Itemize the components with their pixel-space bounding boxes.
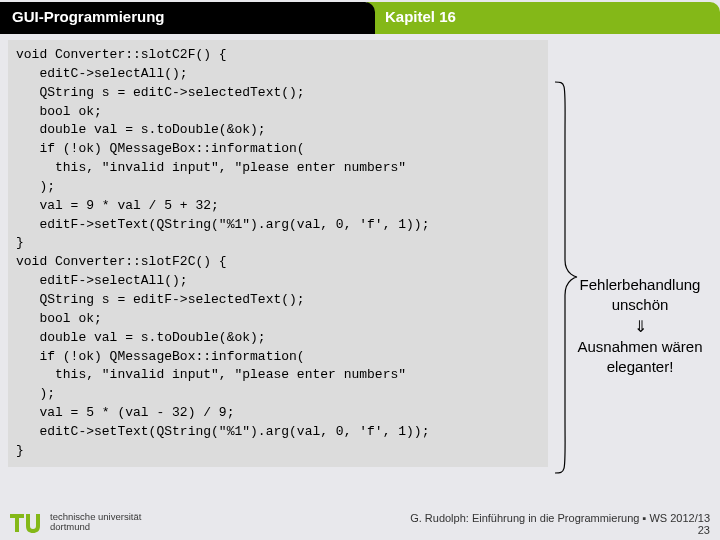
university-logo: technische universität dortmund — [10, 508, 141, 536]
note-line2: Ausnahmen wären eleganter! — [575, 337, 705, 378]
svg-rect-1 — [15, 514, 19, 532]
university-name: technische universität dortmund — [50, 512, 141, 533]
footer-credit: G. Rudolph: Einführung in die Programmie… — [410, 512, 710, 524]
down-arrow-icon: ⇓ — [575, 316, 705, 338]
code-listing: void Converter::slotC2F() { editC->selec… — [8, 40, 548, 467]
footer-credit-block: G. Rudolph: Einführung in die Programmie… — [410, 512, 710, 536]
annotation-note: Fehlerbehandlung unschön ⇓ Ausnahmen wär… — [575, 275, 705, 378]
slide-footer: technische universität dortmund G. Rudol… — [0, 508, 720, 536]
page-number: 23 — [410, 524, 710, 536]
note-line1: Fehlerbehandlung unschön — [575, 275, 705, 316]
header-topic: GUI-Programmierung — [0, 2, 375, 34]
header-chapter: Kapitel 16 — [367, 2, 720, 34]
tu-logo-icon — [10, 508, 44, 536]
uni-line2: dortmund — [50, 522, 141, 532]
slide-header: GUI-Programmierung Kapitel 16 — [0, 2, 720, 34]
